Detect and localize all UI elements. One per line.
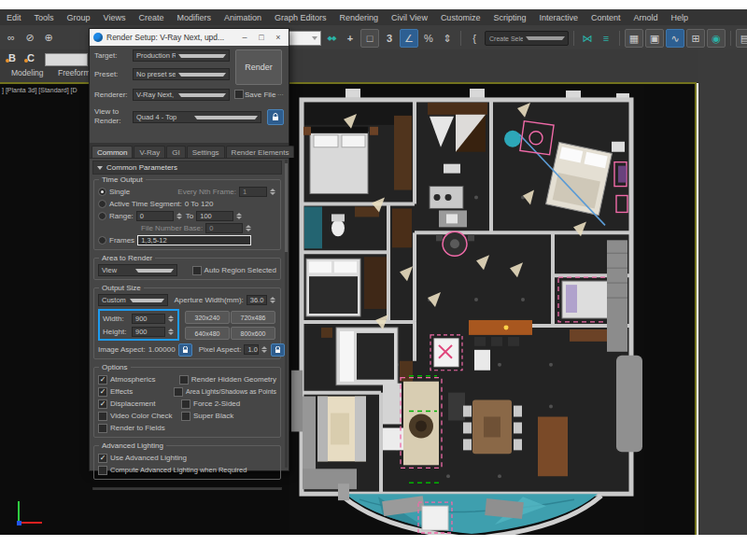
menu-animation[interactable]: Animation [218, 13, 268, 22]
spinner-icon[interactable] [168, 315, 175, 322]
frames-field[interactable]: 1,3,5-12 [137, 235, 251, 245]
active-time-segment-radio[interactable] [98, 200, 106, 208]
spinner-icon[interactable] [176, 213, 183, 219]
select-and-link-icon[interactable]: ∞ [3, 29, 20, 46]
every-nth-frame-field[interactable]: 1 [239, 187, 267, 197]
angle-snap-icon[interactable]: ∠ [400, 29, 418, 48]
use-advanced-lighting-checkbox[interactable]: ✓ [98, 454, 107, 463]
rollout-bitmap-performance[interactable]: Bitmap Performance and Memory Options [92, 487, 282, 490]
ribbon-tab-freeform[interactable]: Freeform [58, 68, 90, 77]
snaps-toggle-icon[interactable]: ◆◆ [323, 30, 340, 47]
preset-320x240-button[interactable]: 320x240 [185, 311, 230, 324]
maximize-button[interactable]: □ [255, 33, 268, 42]
ribbon-tab-modeling[interactable]: Modeling [11, 68, 44, 77]
displacement-checkbox[interactable]: ✓ [98, 399, 107, 409]
layer-explorer-icon[interactable]: ▣ [645, 29, 664, 48]
bind-to-spacewarp-icon[interactable]: ⊕ [40, 29, 57, 46]
rollout-common-parameters[interactable]: Common Parameters [92, 161, 282, 175]
align-icon[interactable]: ≡ [598, 30, 614, 47]
schematic-view-icon[interactable]: ⊞ [686, 29, 705, 48]
edit-named-selections-icon[interactable]: { [466, 30, 483, 47]
super-black-checkbox[interactable] [181, 412, 190, 421]
single-radio[interactable] [98, 188, 106, 196]
tab-vray[interactable]: V-Ray [134, 146, 165, 158]
effects-checkbox[interactable]: ✓ [98, 387, 107, 397]
preset-720x486-button[interactable]: 720x486 [231, 311, 275, 324]
snap-3d-icon[interactable]: 3 [381, 30, 398, 47]
menu-modifiers[interactable]: Modifiers [170, 13, 218, 22]
menu-edit[interactable]: Edit [0, 13, 28, 22]
view-to-render-dropdown[interactable]: Quad 4 - Top [133, 111, 261, 123]
ribbon-search-field[interactable] [45, 53, 88, 66]
spinner-icon[interactable] [168, 329, 175, 335]
save-file-checkbox[interactable] [234, 90, 244, 99]
menu-graph-editors[interactable]: Graph Editors [268, 13, 333, 22]
range-to-field[interactable]: 100 [196, 211, 233, 221]
spinner-icon[interactable] [270, 297, 276, 303]
menu-content[interactable]: Content [585, 13, 627, 22]
force-2-sided-checkbox[interactable] [181, 399, 190, 409]
range-from-field[interactable]: 0 [136, 211, 174, 221]
preset-dropdown[interactable]: No preset selected [133, 68, 230, 80]
menu-tools[interactable]: Tools [28, 13, 61, 22]
material-editor-icon[interactable]: ◉ [707, 29, 726, 48]
area-to-render-dropdown[interactable]: View [98, 264, 177, 276]
tab-settings[interactable]: Settings [187, 146, 225, 158]
compute-advanced-lighting-checkbox[interactable] [98, 466, 107, 475]
target-dropdown[interactable]: Production Rendering Mode [133, 49, 230, 62]
dialog-title-bar[interactable]: Render Setup: V-Ray Next, upd... – □ × [90, 29, 289, 46]
spinner-icon[interactable] [270, 189, 276, 195]
close-button[interactable]: × [272, 33, 285, 42]
minimize-button[interactable]: – [238, 33, 251, 42]
ribbon-button-b[interactable]: B [6, 52, 19, 63]
unlink-selection-icon[interactable]: ⊘ [21, 29, 38, 46]
ribbon-button-c[interactable]: C [24, 52, 37, 63]
renderer-dropdown[interactable]: V-Ray Next, update 2 [133, 89, 230, 101]
area-lights-as-points-checkbox[interactable] [174, 387, 183, 397]
auto-region-checkbox[interactable] [192, 266, 202, 275]
range-radio[interactable] [98, 212, 106, 220]
atmospherics-checkbox[interactable]: ✓ [98, 375, 107, 385]
width-field[interactable]: 900 [132, 314, 165, 324]
menu-scripting[interactable]: Scripting [486, 13, 532, 22]
render-to-fields-checkbox[interactable] [98, 424, 107, 433]
menu-arnold[interactable]: Arnold [627, 13, 664, 22]
lock-view-button[interactable] [267, 109, 284, 125]
spinner-icon[interactable] [246, 225, 252, 231]
mirror-icon[interactable]: ⋈ [579, 30, 596, 47]
aperture-width-field[interactable]: 36.0 [247, 295, 267, 305]
menu-interactive[interactable]: Interactive [532, 13, 585, 22]
menu-customize[interactable]: Customize [434, 13, 487, 22]
preset-747x560-button[interactable]: 747x560 [231, 327, 275, 340]
spinner-icon[interactable] [236, 213, 243, 219]
browse-button[interactable]: ... [277, 89, 284, 97]
dialog-scrollbar[interactable] [285, 160, 288, 468]
percent-snap-icon[interactable]: % [420, 30, 437, 47]
spinner-icon[interactable] [261, 346, 268, 353]
frames-radio[interactable] [98, 236, 106, 245]
menu-civil-view[interactable]: Civil View [385, 13, 434, 22]
curve-editor-icon[interactable]: ∿ [666, 29, 684, 48]
pixel-aspect-lock-button[interactable] [271, 343, 285, 357]
height-field[interactable]: 900 [132, 327, 165, 337]
render-button[interactable]: Render [235, 49, 282, 85]
menu-rendering[interactable]: Rendering [333, 13, 386, 22]
scene-explorer-icon[interactable]: ▦ [625, 29, 643, 48]
spinner-snap-icon[interactable]: ⇕ [439, 30, 456, 47]
menu-create[interactable]: Create [132, 13, 170, 22]
tab-render-elements[interactable]: Render Elements [226, 146, 295, 158]
render-setup-icon[interactable]: ▤ [736, 29, 747, 48]
tab-common[interactable]: Common [92, 146, 133, 158]
pixel-aspect-field[interactable]: 1.0 [244, 344, 258, 355]
menu-group[interactable]: Group [61, 13, 97, 22]
output-size-dropdown[interactable]: Custom [98, 294, 168, 306]
select-and-move-icon[interactable]: + [342, 30, 359, 47]
select-object-icon[interactable]: □ [360, 29, 379, 48]
preset-640x480-button[interactable]: 640x480 [185, 327, 230, 340]
tab-gi[interactable]: GI [166, 146, 185, 158]
image-aspect-lock-button[interactable] [178, 343, 192, 357]
menu-views[interactable]: Views [97, 13, 133, 22]
viewport-label[interactable]: ] [Planta 3d] [Standard] [D [2, 87, 78, 93]
video-color-check-checkbox[interactable] [98, 412, 107, 421]
menu-help[interactable]: Help [664, 13, 695, 22]
